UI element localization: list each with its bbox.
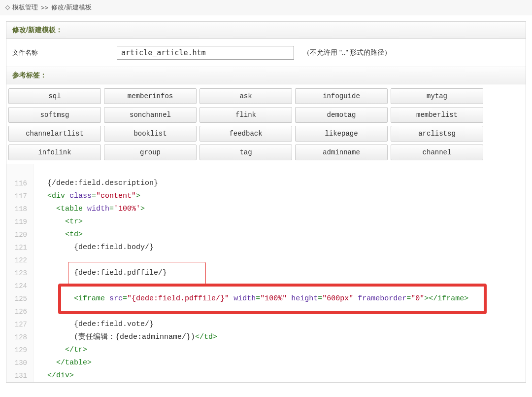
tag-button-channel[interactable]: channel [391, 144, 483, 160]
line-number: 122 [6, 254, 33, 267]
code-line[interactable]: 117 <div class="content"> [6, 190, 526, 203]
code-content[interactable]: </div> [33, 369, 526, 382]
code-line[interactable]: 118 <table width='100%'> [6, 203, 526, 216]
filename-row: 文件名称 （不允许用 ".." 形式的路径） [6, 39, 526, 67]
code-content[interactable]: {dede:field.pdffile/} [33, 267, 526, 280]
line-number: 127 [6, 318, 33, 331]
tag-button-memberlist[interactable]: memberlist [391, 107, 483, 123]
line-number: 124 [6, 280, 33, 292]
tag-button-likepage[interactable]: likepage [295, 126, 388, 142]
breadcrumb: 模板管理 >> 修改/新建模板 [0, 0, 532, 15]
code-line[interactable]: 131 </div> [6, 369, 526, 382]
section-title-tags: 参考标签： [6, 67, 526, 84]
code-content[interactable]: {dede:field.vote/} [33, 318, 526, 331]
breadcrumb-sep: >> [41, 4, 48, 11]
tag-button-feedback[interactable]: feedback [200, 126, 292, 142]
code-line[interactable]: 129 </tr> [6, 344, 526, 357]
code-content[interactable]: <table width='100%'> [33, 203, 526, 216]
line-number: 130 [6, 357, 33, 369]
line-number: 117 [6, 190, 33, 203]
line-number: 120 [6, 228, 33, 241]
code-content[interactable] [33, 305, 526, 318]
tag-button-arclistsg[interactable]: arclistsg [391, 126, 483, 142]
line-number: 126 [6, 305, 33, 318]
tag-button-sonchannel[interactable]: sonchannel [104, 107, 197, 123]
tag-button-group[interactable]: group [104, 144, 197, 160]
line-number: 129 [6, 344, 33, 357]
tag-button-softmsg[interactable]: softmsg [8, 107, 101, 123]
filename-input[interactable] [117, 46, 294, 60]
code-content[interactable] [33, 164, 526, 177]
code-line[interactable]: 121 {dede:field.body/} [6, 241, 526, 254]
line-number: 116 [6, 177, 33, 190]
code-line[interactable]: 128 (责任编辑：{dede:adminname/})</td> [6, 331, 526, 344]
code-line[interactable]: 130 </table> [6, 357, 526, 369]
code-line[interactable]: 125 <iframe src="{dede:field.pdffile/}" … [6, 292, 526, 305]
breadcrumb-item-templates[interactable]: 模板管理 [12, 3, 38, 12]
code-content[interactable]: <tr> [33, 216, 526, 228]
tag-button-channelartlist[interactable]: channelartlist [8, 126, 101, 142]
tag-button-flink[interactable]: flink [200, 107, 292, 123]
tag-grid: sqlmemberinfosaskinfoguidemytagsoftmsgso… [6, 84, 526, 164]
line-number: 119 [6, 216, 33, 228]
tag-button-sql[interactable]: sql [8, 88, 101, 104]
code-content[interactable]: <div class="content"> [33, 190, 526, 203]
diamond-icon [5, 5, 10, 10]
tag-button-booklist[interactable]: booklist [104, 126, 197, 142]
main-panel: 修改/新建模板： 文件名称 （不允许用 ".." 形式的路径） 参考标签： sq… [6, 21, 526, 383]
line-number: 123 [6, 267, 33, 280]
code-content[interactable]: {/dede:field.description} [33, 177, 526, 190]
code-content[interactable]: <iframe src="{dede:field.pdffile/}" widt… [33, 292, 526, 305]
filename-hint: （不允许用 ".." 形式的路径） [303, 48, 392, 57]
tag-button-adminname[interactable]: adminname [295, 144, 388, 160]
line-number: 131 [6, 369, 33, 382]
line-number: 125 [6, 292, 33, 305]
code-line[interactable]: 122 [6, 254, 526, 267]
filename-label: 文件名称 [12, 48, 111, 57]
line-number: 121 [6, 241, 33, 254]
tag-button-infolink[interactable]: infolink [8, 144, 101, 160]
tag-button-demotag[interactable]: demotag [295, 107, 388, 123]
code-content[interactable]: (责任编辑：{dede:adminname/})</td> [33, 331, 526, 344]
code-editor[interactable]: 116 {/dede:field.description}117 <div cl… [6, 164, 526, 382]
code-content[interactable] [33, 280, 526, 292]
code-line[interactable]: 127 {dede:field.vote/} [6, 318, 526, 331]
tag-button-mytag[interactable]: mytag [391, 88, 483, 104]
code-content[interactable]: </tr> [33, 344, 526, 357]
code-content[interactable]: </table> [33, 357, 526, 369]
tag-button-infoguide[interactable]: infoguide [295, 88, 388, 104]
breadcrumb-item-current: 修改/新建模板 [51, 3, 92, 12]
section-title-form: 修改/新建模板： [6, 22, 526, 39]
line-number: 118 [6, 203, 33, 216]
code-line[interactable]: 124 [6, 280, 526, 292]
line-number: 128 [6, 331, 33, 344]
tag-button-memberinfos[interactable]: memberinfos [104, 88, 197, 104]
code-line[interactable]: 120 <td> [6, 228, 526, 241]
code-content[interactable] [33, 254, 526, 267]
code-line[interactable]: 123 {dede:field.pdffile/} [6, 267, 526, 280]
line-number [6, 164, 33, 177]
code-content[interactable]: {dede:field.body/} [33, 241, 526, 254]
code-line[interactable] [6, 164, 526, 177]
tag-button-ask[interactable]: ask [200, 88, 292, 104]
code-line[interactable]: 116 {/dede:field.description} [6, 177, 526, 190]
code-content[interactable]: <td> [33, 228, 526, 241]
code-line[interactable]: 126 [6, 305, 526, 318]
tag-button-tag[interactable]: tag [200, 144, 292, 160]
code-line[interactable]: 119 <tr> [6, 216, 526, 228]
